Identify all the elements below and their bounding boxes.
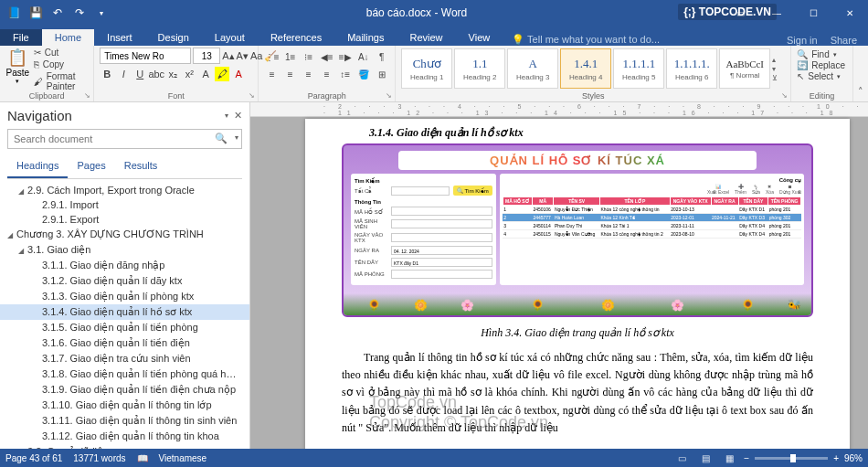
paragraph-launcher-icon[interactable]: ↘ [386,91,392,100]
status-words[interactable]: 13771 words [73,453,125,463]
save-button[interactable]: 💾 [26,3,46,23]
style--normal[interactable]: AaBbCcI¶ Normal [719,48,770,89]
web-layout-button[interactable]: ▦ [720,451,738,465]
font-name-select[interactable] [100,48,191,64]
search-document-input[interactable] [7,129,242,149]
nav-dropdown-icon[interactable]: ▾ [225,111,228,120]
font-size-select[interactable] [193,48,220,64]
font-color-button[interactable]: A [231,67,246,81]
cut-button[interactable]: ✂Cut [34,48,89,58]
style-heading-1[interactable]: ChươHeading 1 [401,48,452,89]
superscript-button[interactable]: x² [182,67,196,81]
tab-review[interactable]: Review [397,29,456,46]
numbering-button[interactable]: 1≡ [282,49,298,64]
select-button[interactable]: ↖Select▾ [797,71,846,81]
tab-mailings[interactable]: Mailings [334,29,397,46]
italic-button[interactable]: I [116,67,131,81]
style-heading-6[interactable]: 1.1.1.1.Heading 6 [666,48,717,89]
styles-row-up[interactable]: ▴ [772,56,785,64]
nav-heading-item[interactable]: 3.1.9. Giao diện quản lí tiền điện chưa … [0,382,249,398]
nav-heading-item[interactable]: ◢3.2. Cơ sở dữ liệu [0,444,249,449]
word-app-icon[interactable]: 📘 [4,3,24,23]
font-launcher-icon[interactable]: ↘ [249,91,255,100]
nav-heading-item[interactable]: 2.9.1. Export [0,212,249,227]
zoom-slider[interactable] [755,457,828,460]
bullets-button[interactable]: ⋮≡ [264,49,280,64]
search-options-icon[interactable]: ▾ [235,133,238,142]
nav-tab-pages[interactable]: Pages [68,156,114,178]
style-heading-3[interactable]: AHeading 3 [507,48,558,89]
horizontal-ruler[interactable]: · 2 · · · 3 · · · 4 · · · 5 · · · 6 · · … [250,102,868,117]
nav-tab-headings[interactable]: Headings [7,156,68,178]
nav-tab-results[interactable]: Results [115,156,167,178]
bold-button[interactable]: B [100,67,114,81]
tab-layout[interactable]: Layout [202,29,258,46]
align-right-button[interactable]: ≡ [301,67,316,81]
decrease-indent-button[interactable]: ◀≡ [319,49,334,64]
shading-button[interactable]: 🪣 [355,67,371,81]
align-center-button[interactable]: ≡ [282,67,298,81]
shrink-font-button[interactable]: A▾ [237,48,249,63]
grow-font-button[interactable]: A▴ [222,48,234,63]
tab-file[interactable]: File [0,29,42,46]
copy-button[interactable]: ⎘Copy [34,59,89,69]
nav-heading-item[interactable]: 3.1.1. Giao diện đăng nhập [0,258,249,273]
style-heading-5[interactable]: 1.1.1.1Heading 5 [613,48,664,89]
text-effects-button[interactable]: A [198,67,213,81]
styles-row-down[interactable]: ▾ [772,65,785,73]
highlight-button[interactable]: 🖍 [215,67,229,81]
zoom-thumb[interactable] [790,454,796,462]
read-mode-button[interactable]: ▭ [672,451,691,465]
print-layout-button[interactable]: ▤ [696,451,715,465]
tab-home[interactable]: Home [42,29,94,46]
align-left-button[interactable]: ≡ [264,67,280,81]
zoom-in-button[interactable]: + [833,453,839,463]
close-window-button[interactable]: ✕ [831,0,868,26]
paste-dropdown-icon[interactable]: ▾ [16,78,19,85]
replace-button[interactable]: 🔄Replace [797,60,846,70]
find-button[interactable]: 🔍Find▾ [797,49,846,59]
tab-view[interactable]: View [456,29,503,46]
sign-in-link[interactable]: Sign in [787,35,818,46]
increase-indent-button[interactable]: ≡▶ [337,49,353,64]
format-painter-button[interactable]: 🖌Format Painter [34,71,89,91]
nav-heading-item[interactable]: 3.1.11. Giao diện quản lí thông tin sinh… [0,413,249,429]
zoom-level[interactable]: 96% [844,453,863,463]
nav-heading-item[interactable]: 3.1.8. Giao diện quản lí tiền phòng quá … [0,366,249,382]
sort-button[interactable]: A↓ [355,49,371,64]
collapse-ribbon-button[interactable]: ˄ [853,46,868,101]
status-page[interactable]: Page 43 of 61 [5,453,62,463]
styles-launcher-icon[interactable]: ↘ [781,91,788,100]
search-icon[interactable]: 🔍 [215,133,228,144]
line-spacing-button[interactable]: ↕≡ [337,67,353,81]
underline-button[interactable]: U [132,67,147,81]
styles-more[interactable]: ⊻ [772,74,785,82]
nav-heading-item[interactable]: 3.1.4. Giao diện quản lí hồ sơ ktx [0,304,249,320]
show-marks-button[interactable]: ¶ [374,49,389,64]
document-page[interactable]: 3.1.4. Giao diện quản lí hồ sơ ktx QUẢN … [305,119,850,449]
tell-me-search[interactable]: 💡 Tell me what you want to do... [503,34,660,46]
nav-heading-item[interactable]: 3.1.7. Giao diện tra cứu sinh viên [0,351,249,366]
status-language[interactable]: Vietnamese [159,453,207,463]
zoom-out-button[interactable]: − [744,453,749,463]
qat-customize-button[interactable]: ▾ [91,3,111,23]
clipboard-launcher-icon[interactable]: ↘ [84,91,90,100]
nav-heading-item[interactable]: ◢2.9. Cách Import, Export trong Oracle [0,183,249,197]
strikethrough-button[interactable]: abc [149,67,164,81]
justify-button[interactable]: ≡ [319,67,334,81]
borders-button[interactable]: ⊞ [374,67,389,81]
style-heading-4[interactable]: 1.4.1Heading 4 [560,48,611,89]
nav-heading-item[interactable]: 3.1.6. Giao diện quản lí tiền điện [0,335,249,351]
maximize-button[interactable]: ☐ [795,0,831,26]
nav-heading-item[interactable]: 3.1.10. Giao diện quản lí thông tin lớp [0,398,249,413]
nav-heading-item[interactable]: ◢Chương 3. XÂY DỰNG CHƯƠNG TRÌNH [0,227,249,242]
nav-heading-item[interactable]: 3.1.2. Giao diện quản lí dãy ktx [0,273,249,289]
multilevel-list-button[interactable]: ⁝≡ [301,49,316,64]
nav-heading-item[interactable]: 2.9.1. Import [0,197,249,212]
status-spellcheck-icon[interactable]: 📖 [137,453,148,463]
undo-button[interactable]: ↶ [48,3,68,23]
navigation-close-button[interactable]: ✕ [234,110,242,122]
nav-heading-item[interactable]: ◢3.1. Giao diện [0,242,249,258]
nav-heading-item[interactable]: 3.1.3. Giao diện quản lí phòng ktx [0,289,249,304]
paste-button[interactable]: 📋 Paste ▾ [5,48,30,85]
